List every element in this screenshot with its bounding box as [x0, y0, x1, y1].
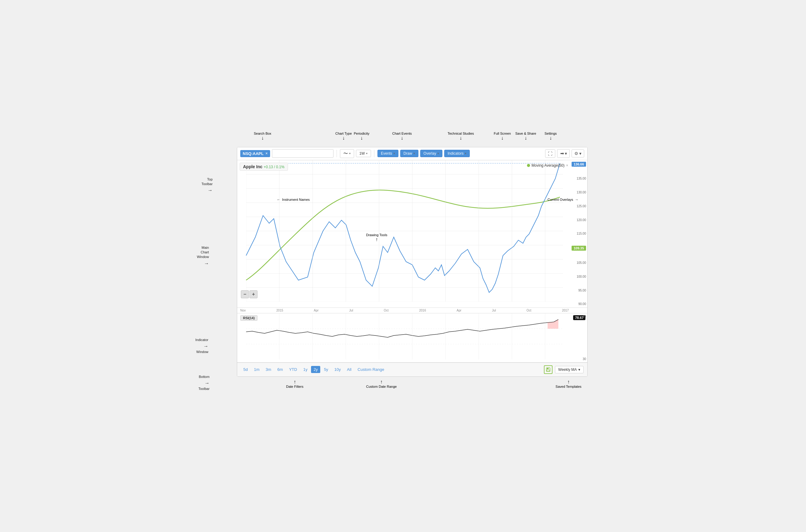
rsi-overbought-area [548, 320, 558, 329]
price-label-90: 90.00 [571, 302, 586, 306]
range-1m[interactable]: 1m [251, 366, 262, 373]
overlay-button[interactable]: Overlay ▾ [420, 150, 443, 157]
zoom-controls: − + [241, 290, 258, 298]
separator-1 [337, 150, 337, 157]
fullscreen-button[interactable]: ⛶ [545, 149, 555, 158]
rsi-svg [237, 314, 587, 360]
periodicity-button[interactable]: 1W ▾ [356, 150, 371, 157]
rsi-axis: 70 30 [570, 314, 587, 362]
indicators-button[interactable]: Indicators ▾ [444, 150, 470, 157]
main-chart-svg [237, 160, 587, 302]
indicators-caret: ▾ [465, 152, 466, 155]
custom-date-range-label: Custom Date Range [366, 385, 397, 388]
overlay-label: Overlay [424, 151, 436, 156]
date-filters-label: Date Filters [286, 385, 303, 388]
indicator-window: RSI(14) 78.67 [237, 314, 587, 363]
settings-icon: ⚙ [574, 151, 578, 156]
top-toolbar: NSQ:AAPL × 〜 ▾ 1W ▾ Events ▾ [237, 147, 587, 160]
periodicity-caret: ▾ [366, 152, 368, 155]
technical-studies-label: Technical Studies [448, 132, 474, 135]
svg-rect-33 [547, 368, 548, 369]
svg-rect-34 [547, 370, 550, 371]
save-share-label: Save & Share [515, 132, 536, 135]
current-price-badge: 136.66 [571, 162, 586, 167]
draw-caret: ▾ [413, 152, 415, 155]
rsi-label: RSI(14) [240, 315, 258, 321]
range-ytd[interactable]: YTD [287, 366, 300, 373]
ma-price-badge: 109.35 [571, 246, 586, 251]
time-label-oct1: Oct [383, 309, 389, 312]
time-label-jul1: Jul [349, 309, 353, 312]
price-label-100: 100.00 [571, 275, 586, 278]
rsi-30-label: 30 [571, 357, 586, 361]
draw-button[interactable]: Draw ▾ [400, 150, 418, 157]
time-label-oct2: Oct [527, 309, 531, 312]
chart-type-label: Chart Type [335, 132, 352, 135]
search-input[interactable] [272, 149, 334, 158]
overlay-name: Moving Average(50) [531, 163, 564, 168]
price-label-130: 130.00 [571, 191, 586, 194]
full-screen-label: Full Screen [494, 132, 511, 135]
price-label-105: 105.00 [571, 261, 586, 264]
time-axis: Nov 2015 Apr Jul Oct 2016 Apr Jul Oct 20… [237, 308, 587, 314]
template-caret: ▾ [578, 367, 580, 372]
price-change: +0.13 / 0.1% [264, 165, 285, 169]
current-overlays-annotation: Current Overlays → [548, 198, 578, 202]
time-label-2016: 2016 [419, 309, 426, 312]
symbol-close-icon[interactable]: × [265, 151, 268, 156]
chart-type-icon: 〜 [343, 151, 348, 156]
chart-events-label: Chart Events [392, 132, 412, 135]
price-label-95: 95.00 [571, 289, 586, 292]
save-share-icon: ⬆ [559, 152, 565, 156]
template-label: Weekly MA [558, 367, 577, 372]
price-label-135: 135.00 [571, 177, 586, 180]
drawing-tools-annotation: Drawing Tools ↑ [366, 233, 387, 242]
main-chart-area: Apple Inc +0.13 / 0.1% Moving Average(50… [237, 160, 587, 308]
settings-label: Settings [544, 132, 557, 135]
settings-button[interactable]: ⚙ ▾ [571, 149, 584, 157]
range-5d[interactable]: 5d [241, 366, 250, 373]
zoom-out-button[interactable]: − [241, 290, 249, 298]
settings-caret: ▾ [579, 151, 581, 156]
symbol-tag[interactable]: NSQ:AAPL × [240, 150, 270, 157]
range-6m[interactable]: 6m [275, 366, 285, 373]
save-share-caret: ▾ [565, 151, 567, 156]
indicators-label: Indicators [448, 151, 464, 156]
instrument-name: Apple Inc [243, 164, 262, 169]
events-label: Events [381, 151, 392, 156]
save-template-icon-button[interactable] [544, 365, 552, 374]
save-share-button[interactable]: ⬆ ▾ [557, 149, 570, 158]
time-label-2017: 2017 [562, 309, 569, 312]
bottom-right-controls: Weekly MA ▾ [544, 365, 584, 374]
draw-label: Draw [404, 151, 412, 156]
range-2y[interactable]: 2y [311, 366, 320, 373]
template-button[interactable]: Weekly MA ▾ [555, 366, 584, 373]
overlay-caret: ▾ [437, 152, 439, 155]
time-label-apr1: Apr [314, 309, 319, 312]
saved-templates-label: Saved Templates [556, 385, 581, 388]
instrument-names-annotation: ← Instrument Names [277, 198, 310, 202]
range-1y[interactable]: 1y [301, 366, 310, 373]
time-label-apr2: Apr [456, 309, 462, 312]
search-box-label: Search Box [254, 132, 271, 135]
price-label-120: 120.00 [571, 218, 586, 222]
separator-2 [374, 150, 374, 157]
custom-range-button[interactable]: Custom Range [355, 366, 387, 373]
bottom-toolbar: 5d 1m 3m 6m YTD 1y 2y 5y 10y All Custom … [237, 363, 587, 376]
overlay-close-icon[interactable]: × [566, 163, 568, 168]
rsi-line [246, 320, 558, 337]
events-button[interactable]: Events ▾ [377, 150, 398, 157]
zoom-in-button[interactable]: + [249, 290, 258, 298]
time-label-jul2: Jul [492, 309, 496, 312]
range-5y[interactable]: 5y [321, 366, 331, 373]
range-3m[interactable]: 3m [263, 366, 274, 373]
range-10y[interactable]: 10y [332, 366, 343, 373]
time-label-nov: Nov [240, 309, 246, 312]
periodicity-label: Periodicity [354, 132, 370, 135]
fullscreen-icon: ⛶ [548, 151, 552, 156]
symbol-text: NSQ:AAPL [243, 151, 264, 156]
range-all[interactable]: All [344, 366, 354, 373]
price-axis: 136.66 135.00 130.00 125.00 120.00 115.0… [570, 160, 587, 307]
events-caret: ▾ [393, 152, 395, 155]
chart-type-button[interactable]: 〜 ▾ [340, 149, 354, 158]
